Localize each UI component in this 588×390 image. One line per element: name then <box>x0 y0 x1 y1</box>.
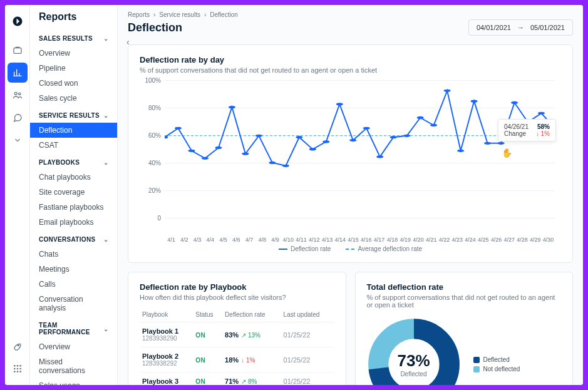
x-tick: 4/9 <box>269 237 282 243</box>
sidebar-item[interactable]: Pipeline <box>30 61 117 76</box>
chart-tooltip: 04/26/2158%Change↓ 1% <box>498 119 556 141</box>
x-tick: 4/7 <box>243 237 256 243</box>
sidebar-group-head[interactable]: SERVICE RESULTS⌄ <box>30 106 117 123</box>
x-tick: 4/26 <box>490 237 503 243</box>
chat-icon[interactable] <box>8 108 28 128</box>
svg-point-5 <box>14 365 16 367</box>
sidebar-item[interactable]: Site coverage <box>30 185 117 200</box>
x-tick: 4/18 <box>386 237 399 243</box>
donut-chart: 73% Deflected <box>367 317 461 385</box>
sidebar-group-head[interactable]: TEAM PERFORMANCE⌄ <box>30 316 117 339</box>
svg-point-10 <box>19 368 21 370</box>
x-tick: 4/17 <box>373 237 386 243</box>
sidebar: Reports SALES RESULTS⌄OverviewPipelineCl… <box>30 5 118 385</box>
sidebar-item[interactable]: Email playbooks <box>30 215 117 230</box>
back-button[interactable]: ‹ <box>126 37 130 47</box>
sidebar-item[interactable]: Closed won <box>30 76 117 91</box>
x-tick: 4/10 <box>282 237 295 243</box>
table-row[interactable]: Playbook 3ON71%↗ 8%01/25/22 <box>140 372 334 386</box>
sidebar-item[interactable]: Sales usage <box>30 378 117 385</box>
table-header: Deflection rate <box>222 307 281 322</box>
svg-point-30 <box>363 127 370 130</box>
sidebar-item[interactable]: Meetings <box>30 262 117 277</box>
y-tick: 60% <box>140 132 161 139</box>
svg-point-18 <box>202 157 209 160</box>
y-tick: 80% <box>140 105 161 111</box>
table-row[interactable]: Playbook 11283938290ON83%↗ 13%01/25/22 <box>140 322 334 347</box>
people-icon[interactable] <box>8 85 28 105</box>
svg-point-22 <box>255 135 262 137</box>
legend-deflected: Deflected <box>483 356 510 363</box>
y-tick: 100% <box>140 77 161 84</box>
table-row[interactable]: Playbook 21283938292ON18%↓ 1%01/25/22 <box>140 347 334 372</box>
sidebar-group-head[interactable]: SALES RESULTS⌄ <box>30 29 117 46</box>
sidebar-item[interactable]: Conversation analysis <box>30 292 117 316</box>
svg-point-38 <box>470 100 477 102</box>
x-tick: 4/20 <box>412 237 425 243</box>
svg-point-41 <box>511 101 518 104</box>
playbook-table: PlaybookStatusDeflection rateLast update… <box>140 307 334 385</box>
svg-point-28 <box>336 103 343 105</box>
svg-point-32 <box>390 136 397 138</box>
cursor-icon: ✋ <box>502 148 512 158</box>
rocket-icon[interactable] <box>8 336 28 356</box>
dashboard-icon[interactable] <box>8 40 28 60</box>
legend-not-deflected: Not deflected <box>483 366 520 372</box>
breadcrumb-item[interactable]: Reports <box>128 11 150 18</box>
svg-point-19 <box>215 146 222 149</box>
x-tick: 4/13 <box>321 237 334 243</box>
chevron-down-icon[interactable] <box>8 130 28 150</box>
y-tick: 20% <box>140 187 161 194</box>
sidebar-item[interactable]: Fastlane playbooks <box>30 200 117 215</box>
sidebar-item[interactable]: Missed conversations <box>30 354 117 378</box>
x-tick: 4/15 <box>347 237 360 243</box>
table-header: Last updated <box>281 307 334 322</box>
y-tick: 40% <box>140 160 161 167</box>
svg-point-37 <box>457 150 464 152</box>
svg-point-2 <box>14 92 17 95</box>
total-subtitle: % of support conversations that did not … <box>367 294 562 309</box>
svg-point-8 <box>14 368 16 370</box>
sidebar-item[interactable]: CSAT <box>30 138 117 153</box>
svg-point-36 <box>444 90 451 92</box>
svg-point-39 <box>484 142 491 145</box>
sidebar-item[interactable]: Sales cycle <box>30 91 117 106</box>
svg-point-6 <box>16 365 18 367</box>
playbook-subtitle: How often did this playbook deflect site… <box>140 294 334 301</box>
x-tick: 4/8 <box>255 237 269 243</box>
x-tick: 4/14 <box>334 237 347 243</box>
svg-point-20 <box>229 106 235 108</box>
breadcrumb-item[interactable]: Service results <box>159 11 200 18</box>
total-title: Total deflection rate <box>367 282 562 292</box>
x-tick: 4/16 <box>359 237 373 243</box>
x-tick: 4/25 <box>477 237 490 243</box>
svg-point-9 <box>16 368 18 370</box>
arrow-right-icon: → <box>517 24 524 31</box>
reports-icon[interactable] <box>8 63 28 83</box>
sidebar-item[interactable]: Chat playbooks <box>30 170 117 185</box>
svg-point-25 <box>296 136 302 138</box>
svg-rect-1 <box>14 48 21 54</box>
date-from: 04/01/2021 <box>477 24 511 31</box>
breadcrumb-item[interactable]: Deflection <box>210 11 237 18</box>
date-range-picker[interactable]: 04/01/2021 → 05/01/2021 <box>468 19 573 36</box>
chevron-down-icon: ⌄ <box>103 236 108 243</box>
donut-legend: Deflected Not deflected <box>473 354 520 375</box>
sidebar-item[interactable]: Deflection <box>30 123 117 138</box>
sidebar-group-head[interactable]: PLAYBOOKS⌄ <box>30 153 117 170</box>
page-title: Deflection <box>128 21 182 34</box>
svg-point-31 <box>376 155 383 158</box>
sidebar-item[interactable]: Overview <box>30 46 117 61</box>
logo-icon[interactable] <box>8 11 28 31</box>
svg-point-13 <box>19 371 21 372</box>
chart-area[interactable]: 020%40%60%80%100%4/14/24/34/44/54/64/74/… <box>140 80 561 243</box>
svg-point-15 <box>165 136 168 138</box>
sidebar-item[interactable]: Chats <box>30 247 117 262</box>
apps-icon[interactable] <box>8 359 28 379</box>
sidebar-group-head[interactable]: CONVERSATIONS⌄ <box>30 230 117 247</box>
donut-value: 73% <box>397 351 430 371</box>
sidebar-item[interactable]: Overview <box>30 339 117 354</box>
chevron-down-icon: ⌄ <box>103 326 108 332</box>
x-tick: 4/1 <box>165 237 178 243</box>
sidebar-item[interactable]: Calls <box>30 277 117 292</box>
